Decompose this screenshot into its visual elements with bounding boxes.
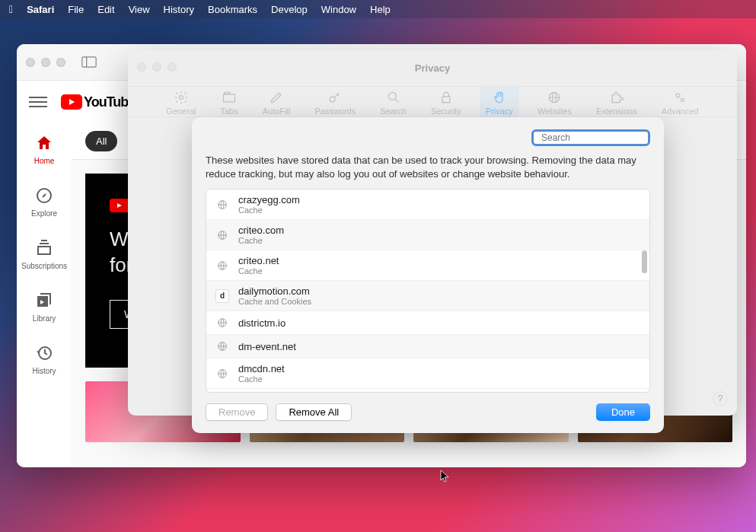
zoom-window-icon[interactable] [167,62,177,72]
site-row[interactable]: criteo.comCache [206,220,649,250]
hamburger-menu-icon[interactable] [29,93,47,111]
search-input[interactable] [541,132,656,143]
site-row[interactable]: dmcdn.netCache [206,358,649,389]
site-data-type: Cache and Cookies [238,297,311,306]
menu-edit[interactable]: Edit [97,4,114,15]
site-row[interactable]: dm-event.net [206,335,649,358]
site-domain: dailymotion.com [238,285,311,297]
safari-preferences-window: Privacy General Tabs AutoFill Passwords … [128,50,737,416]
site-row[interactable]: crazyegg.comCache [206,190,649,220]
window-traffic-lights[interactable] [26,58,65,67]
minimize-window-icon[interactable] [41,58,50,67]
scrollbar-thumb[interactable] [642,250,647,273]
prefs-title: Privacy [415,62,450,74]
svg-point-18 [676,94,680,97]
sheet-description: These websites have stored data that can… [206,154,650,181]
help-button[interactable]: ? [713,391,728,406]
lock-icon [439,90,454,105]
sidebar-item-label: History [32,367,56,375]
tab-websites[interactable]: Websites [531,87,578,119]
minimize-window-icon[interactable] [152,62,161,72]
sidebar-item-home[interactable]: Home [17,123,72,176]
sidebar-item-label: Home [34,157,55,165]
youtube-play-icon [61,94,82,110]
tab-privacy[interactable]: Privacy [480,87,519,119]
youtube-logo[interactable]: YouTube [61,94,135,110]
svg-rect-3 [38,247,50,254]
search-field[interactable] [531,129,650,146]
globe-icon [215,198,229,212]
sidebar-item-subscriptions[interactable]: Subscriptions [17,228,72,281]
gear-icon [174,90,189,105]
sidebar-toggle-icon[interactable] [79,55,99,70]
zoom-window-icon[interactable] [56,58,65,67]
done-button[interactable]: Done [596,403,650,421]
menu-window[interactable]: Window [321,4,356,15]
globe-icon [215,367,229,381]
subscriptions-icon [35,239,53,257]
svg-rect-14 [442,97,450,103]
sidebar-item-history[interactable]: History [17,333,72,386]
prefs-tabs: General Tabs AutoFill Passwords Search S… [128,87,737,117]
site-data-type: Cache [238,236,284,245]
pen-icon [269,90,284,105]
menu-view[interactable]: View [129,4,150,15]
site-domain: crazyegg.com [238,194,300,205]
close-window-icon[interactable] [26,58,35,67]
site-domain: criteo.com [238,225,284,236]
hand-icon [492,90,507,105]
prefs-titlebar: Privacy [128,50,737,87]
svg-rect-0 [82,57,96,67]
menu-bookmarks[interactable]: Bookmarks [208,4,257,15]
site-data-type: Cache [238,205,300,215]
tab-advanced[interactable]: Advanced [656,87,705,119]
site-row[interactable]: districtm.io [206,311,649,335]
svg-rect-10 [225,92,230,94]
sidebar-item-explore[interactable]: Explore [17,176,72,228]
menu-develop[interactable]: Develop [271,4,308,15]
search-icon [386,90,401,105]
tab-autofill[interactable]: AutoFill [257,87,297,119]
mouse-cursor [440,470,451,486]
sidebar-item-label: Explore [31,209,57,218]
tab-extensions[interactable]: Extensions [590,87,643,119]
tab-tabs[interactable]: Tabs [214,87,244,119]
key-icon [327,90,343,105]
window-traffic-lights[interactable] [137,62,177,72]
site-row[interactable]: criteo.netCache [206,250,649,281]
menu-help[interactable]: Help [370,4,391,15]
site-row[interactable]: ddailymotion.comCache and Cookies [206,281,649,311]
youtube-sidebar: Home Explore Subscriptions Library Histo… [17,81,72,467]
site-data-type: Cache [238,374,285,384]
sidebar-item-library[interactable]: Library [17,281,72,333]
remove-all-button[interactable]: Remove All [276,403,352,421]
globe-icon [215,339,229,353]
library-icon [35,291,53,310]
sidebar-item-label: Library [33,314,56,323]
svg-point-8 [179,96,183,100]
globe-icon [215,228,229,242]
chip-all[interactable]: All [85,131,117,151]
app-menu[interactable]: Safari [27,4,54,15]
globe-icon [215,259,229,272]
home-icon [35,134,53,152]
tab-security[interactable]: Security [425,87,467,119]
svg-line-13 [395,100,398,103]
globe-icon [215,316,229,330]
menu-file[interactable]: File [68,4,84,15]
gears-icon [672,90,687,105]
site-domain: dm-event.net [238,341,296,352]
svg-point-19 [681,98,684,101]
apple-menu-icon[interactable]:  [9,3,13,15]
tab-general[interactable]: General [160,87,202,119]
svg-point-12 [388,92,396,100]
close-window-icon[interactable] [137,62,146,72]
tab-passwords[interactable]: Passwords [308,87,362,119]
macos-menubar:  Safari File Edit View History Bookmark… [0,0,756,18]
compass-icon [35,186,53,205]
tabs-icon [222,90,237,105]
website-data-list[interactable]: crazyegg.comCachecriteo.comCachecriteo.n… [206,189,650,393]
remove-button[interactable]: Remove [206,403,268,421]
tab-search[interactable]: Search [374,87,413,119]
menu-history[interactable]: History [164,4,194,15]
